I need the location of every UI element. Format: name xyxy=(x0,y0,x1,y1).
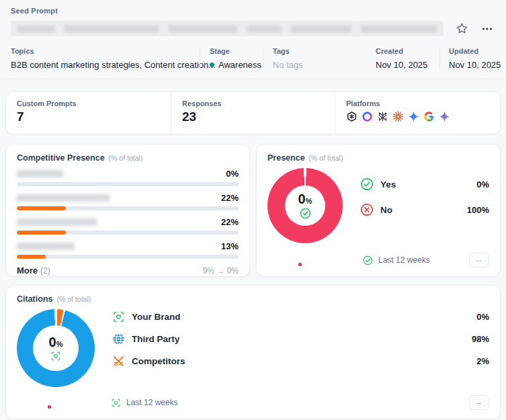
stage-value: Awareness xyxy=(218,60,261,70)
legend-row-yes: Yes 0% xyxy=(360,177,489,191)
tags-label: Tags xyxy=(273,47,376,55)
tags-field: Tags No tags xyxy=(263,47,376,70)
bar-value: 22% xyxy=(221,193,239,203)
platforms-label: Platforms xyxy=(346,99,489,108)
trend-range: 9% → 0% xyxy=(203,266,239,276)
more-link[interactable]: More xyxy=(17,265,38,276)
more-count: (2) xyxy=(40,266,50,276)
competitor-bar-row: 13% xyxy=(17,241,239,259)
legend-value: 100% xyxy=(467,205,489,215)
competitive-presence-card: Competitive Presence (% of total) 0% 22%… xyxy=(5,144,250,277)
platforms-stat: Platforms xyxy=(335,92,500,134)
expand-button[interactable]: -- xyxy=(469,395,489,410)
period-label: Last 12 weeks xyxy=(126,398,178,407)
citations-title: Citations xyxy=(17,294,52,304)
legend-label: Your Brand xyxy=(132,312,181,322)
responses-label: Responses xyxy=(182,99,324,108)
stage-field: Stage Awareness xyxy=(200,47,263,70)
legend-label: Competitors xyxy=(132,356,185,366)
created-field: Created Nov 10, 2025 xyxy=(376,47,439,70)
axis-marker-dot xyxy=(48,405,51,409)
responses-stat: Responses 23 xyxy=(171,92,335,134)
seed-prompt-label: Seed Prompt xyxy=(11,7,495,15)
legend-value: 0% xyxy=(476,312,489,322)
citations-subtitle: (% of total) xyxy=(56,295,91,303)
legend-label: No xyxy=(380,205,392,215)
seed-prompt-section: Seed Prompt xyxy=(0,0,506,36)
competitor-label-redacted xyxy=(17,194,110,202)
axis-marker-dot xyxy=(298,263,302,266)
competitor-bar-row: 0% xyxy=(17,169,239,186)
expand-button[interactable]: -- xyxy=(469,253,489,267)
x-circle-icon xyxy=(360,203,374,216)
citations-card: Citations (% of total) 0% Your Brand 0% xyxy=(5,285,501,419)
legend-row-third-party: Third Party 98% xyxy=(112,333,489,345)
stage-label: Stage xyxy=(210,47,253,55)
period-label: Last 12 weeks xyxy=(378,255,430,265)
legend-label: Yes xyxy=(380,179,396,190)
citations-center-value: 0 xyxy=(49,335,56,349)
legend-label: Third Party xyxy=(132,334,179,344)
custom-prompts-value: 7 xyxy=(17,110,160,124)
competitor-label-redacted xyxy=(17,243,75,250)
legend-row-competitors: Competitors 2% xyxy=(112,355,489,368)
created-label: Created xyxy=(376,47,439,55)
presence-center-unit: % xyxy=(306,197,312,205)
perplexity-icon xyxy=(377,111,388,122)
competitive-presence-subtitle: (% of total) xyxy=(109,154,143,162)
competitive-presence-title: Competitive Presence xyxy=(17,153,105,163)
topics-field: Topics B2B content marketing strategies,… xyxy=(11,47,200,70)
stage-dot-icon xyxy=(210,62,214,67)
presence-card: Presence (% of total) 0% Yes 0 xyxy=(256,144,501,277)
legend-value: 2% xyxy=(476,356,489,366)
updated-value: Nov 10, 2025 xyxy=(449,60,495,70)
bar-value: 13% xyxy=(221,241,239,251)
chatgpt-icon xyxy=(346,111,357,122)
check-circle-icon xyxy=(363,255,373,265)
presence-center-value: 0 xyxy=(298,192,306,206)
bar-fill xyxy=(17,206,66,210)
brand-target-icon xyxy=(112,310,125,323)
competitor-label-redacted xyxy=(17,218,97,226)
legend-row-your-brand: Your Brand 0% xyxy=(112,310,489,323)
google-icon xyxy=(423,111,435,122)
meta-row: Topics B2B content marketing strategies,… xyxy=(0,36,506,79)
topics-label: Topics xyxy=(11,47,200,55)
legend-value: 98% xyxy=(472,334,489,344)
custom-prompts-label: Custom Prompts xyxy=(17,99,160,108)
presence-title: Presence xyxy=(267,153,305,163)
crossed-swords-icon xyxy=(112,355,125,368)
check-circle-icon xyxy=(360,177,374,191)
bar-value: 0% xyxy=(226,169,239,179)
competitor-bar-row: 22% xyxy=(17,217,239,235)
topics-value: B2B content marketing strategies, Conten… xyxy=(11,60,200,70)
citations-center-unit: % xyxy=(56,340,63,348)
updated-label: Updated xyxy=(449,47,495,55)
globe-icon xyxy=(112,333,125,345)
brand-target-icon xyxy=(111,398,121,408)
more-menu-button[interactable] xyxy=(480,22,494,36)
platform-icons xyxy=(346,111,489,122)
presence-subtitle: (% of total) xyxy=(309,154,343,162)
bar-fill xyxy=(17,230,66,235)
stats-card: Custom Prompts 7 Responses 23 Platforms xyxy=(5,91,501,134)
ai-overviews-icon xyxy=(439,111,450,122)
gemini-icon xyxy=(408,111,419,122)
bar-fill xyxy=(17,255,46,259)
presence-donut-chart: 0% xyxy=(267,168,343,243)
custom-prompts-stat: Custom Prompts 7 xyxy=(6,92,171,134)
competitor-label-redacted xyxy=(17,170,64,177)
citations-donut-chart: 0% xyxy=(17,309,95,387)
ellipsis-icon xyxy=(482,24,493,34)
responses-value: 23 xyxy=(182,110,324,124)
favorite-star-button[interactable] xyxy=(454,21,470,36)
meta-ai-icon xyxy=(362,111,373,122)
claude-icon xyxy=(392,111,404,122)
bar-value: 22% xyxy=(221,217,239,227)
updated-field: Updated Nov 10, 2025 xyxy=(440,47,495,70)
star-icon xyxy=(456,22,468,35)
seed-prompt-text-redacted xyxy=(11,21,444,36)
legend-row-no: No 100% xyxy=(360,203,489,216)
tags-value: No tags xyxy=(273,60,376,70)
check-circle-icon xyxy=(300,208,311,219)
